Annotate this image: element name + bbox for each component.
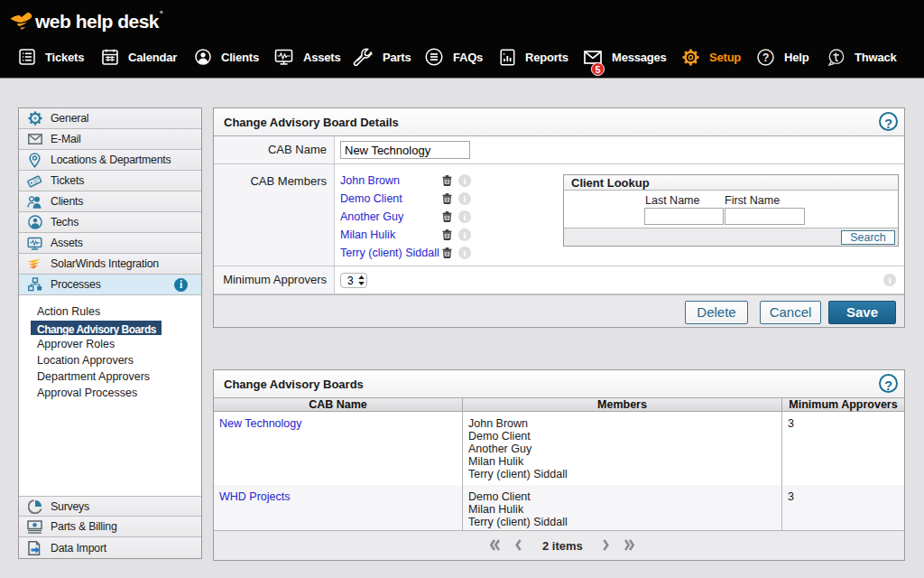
- svg-text:?: ?: [762, 51, 769, 63]
